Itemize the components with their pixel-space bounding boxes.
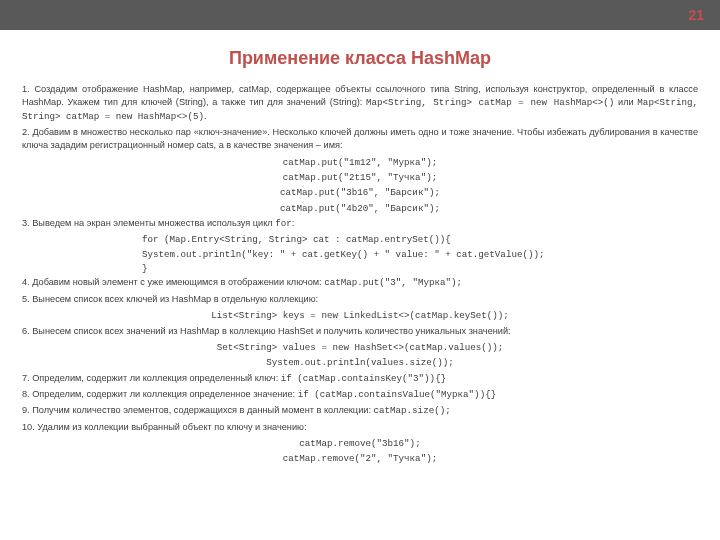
paragraph-10: 10. Удалим из коллекции выбранный объект… <box>22 421 698 434</box>
p2-code1: catMap.put("1m12", "Мурка"); <box>22 156 698 169</box>
p3-text-a: 3. Выведем на экран элементы множества и… <box>22 218 275 228</box>
content-body: 1. Создадим отображение HashMap, наприме… <box>0 83 720 466</box>
p9-code: catMap.size(); <box>374 405 451 416</box>
p7-code: if (catMap.containsKey("3")){} <box>281 373 446 384</box>
paragraph-7: 7. Определим, содержит ли коллекция опре… <box>22 372 698 385</box>
paragraph-4: 4. Добавим новый элемент с уже имеющимся… <box>22 276 698 289</box>
p4-code: catMap.put("3", "Мурка"); <box>324 277 462 288</box>
paragraph-5: 5. Вынесем cписок всех ключей из HashMap… <box>22 293 698 306</box>
p1-code1: Map<String, String> catMap = new HashMap… <box>366 97 614 108</box>
p8-code: if (catMap.containsValue("Мурка")){} <box>298 389 496 400</box>
p1-text-c: . <box>204 111 207 121</box>
p4-text-a: 4. Добавим новый элемент с уже имеющимся… <box>22 277 324 287</box>
p8-text-a: 8. Определим, содержит ли коллекция опре… <box>22 389 298 399</box>
p7-text-a: 7. Определим, содержит ли коллекция опре… <box>22 373 281 383</box>
paragraph-1: 1. Создадим отображение HashMap, наприме… <box>22 83 698 123</box>
page-title: Применение класса HashMap <box>0 48 720 69</box>
paragraph-3: 3. Выведем на экран элементы множества и… <box>22 217 698 230</box>
paragraph-9: 9. Получим количество элементов, содержа… <box>22 404 698 417</box>
p3-code3: } <box>142 262 698 275</box>
p3-code2: System.out.println("key: " + cat.getKey(… <box>142 248 698 261</box>
page-number: 21 <box>688 7 704 23</box>
p3-text-b: : <box>292 218 295 228</box>
p9-text-a: 9. Получим количество элементов, содержа… <box>22 405 374 415</box>
p1-text-b: или <box>614 97 637 107</box>
p2-code4: catMap.put("4b20", "Барсик"); <box>22 202 698 215</box>
p3-for: for <box>275 218 292 229</box>
header-bar: 21 <box>0 0 720 30</box>
p6-code2: System.out.println(values.size()); <box>22 356 698 369</box>
p6-code1: Set<String> values = new HashSet<>(catMa… <box>22 341 698 354</box>
p2-code3: catMap.put("3b16", "Барсик"); <box>22 186 698 199</box>
paragraph-8: 8. Определим, содержит ли коллекция опре… <box>22 388 698 401</box>
p5-code: List<String> keys = new LinkedList<>(cat… <box>22 309 698 322</box>
p10-code1: catMap.remove("3b16"); <box>22 437 698 450</box>
p3-code1: for (Map.Entry<String, String> cat : cat… <box>142 233 698 246</box>
paragraph-6: 6. Вынесем список всех значений из HashM… <box>22 325 698 338</box>
p10-code2: catMap.remove("2", "Тучка"); <box>22 452 698 465</box>
p2-code2: catMap.put("2t15", "Тучка"); <box>22 171 698 184</box>
paragraph-2: 2. Добавим в множество несколько пар «кл… <box>22 126 698 153</box>
